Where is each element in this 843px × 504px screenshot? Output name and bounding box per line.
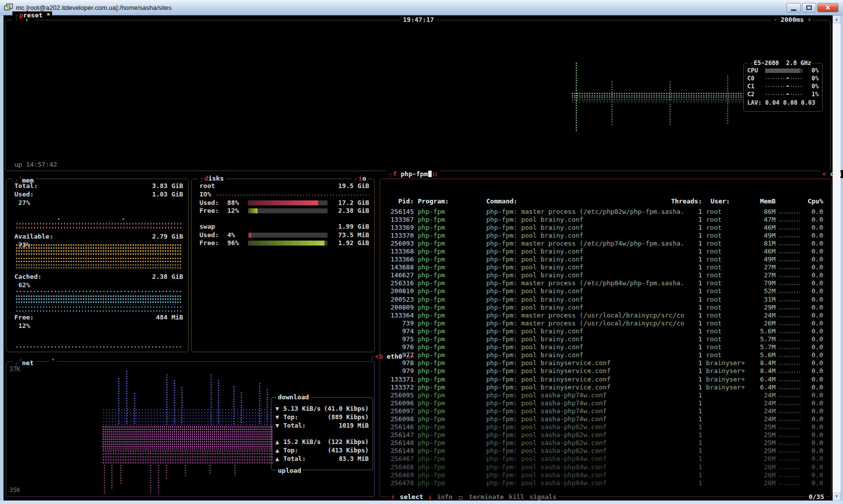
- net-stat-value: 83.3 MiB: [339, 455, 369, 462]
- mem-cached-pct: 62%: [18, 281, 30, 289]
- process-user: root: [706, 232, 751, 239]
- process-row[interactable]: 133371 php-fpm php-fpm: pool brainyservi…: [382, 375, 823, 383]
- clear-filter-icon[interactable]: [433, 173, 437, 176]
- process-threads: 1: [687, 255, 702, 263]
- download-arrow-icon: [275, 413, 283, 421]
- process-threads: 1: [687, 423, 702, 431]
- mem-used-graph-dot: [58, 218, 60, 220]
- upload-arrow-icon: [275, 455, 283, 462]
- process-row[interactable]: 200523 php-fpm php-fpm: pool brainy.conf…: [382, 295, 823, 303]
- tab-disks[interactable]: disks: [197, 175, 226, 183]
- interval-minus-button[interactable]: -: [773, 16, 777, 23]
- process-row[interactable]: 133370 php-fpm php-fpm: pool brainy.conf…: [382, 231, 823, 239]
- filter-input[interactable]: f php-fpm: [386, 170, 440, 178]
- process-row[interactable]: 146627 php-fpm php-fpm: pool brainy.conf…: [382, 271, 823, 279]
- process-row[interactable]: 256469 php-fpm php-fpm: pool sasha-php84…: [382, 471, 823, 479]
- close-button[interactable]: ✕: [817, 3, 839, 12]
- process-row[interactable]: 133366 php-fpm php-fpm: pool brainy.conf…: [382, 255, 823, 263]
- process-user: root: [706, 279, 751, 287]
- process-pid: 256146: [382, 423, 414, 431]
- process-cpu: 0.0: [800, 399, 823, 407]
- process-row[interactable]: 256098 php-fpm php-fpm: pool sasha-php74…: [382, 415, 823, 423]
- process-row[interactable]: 133372 php-fpm php-fpm: pool brainyservi…: [382, 383, 823, 391]
- process-threads: 1: [687, 263, 702, 271]
- scrollbar[interactable]: ▲ ▼: [833, 15, 841, 501]
- process-row[interactable]: 256149 php-fpm php-fpm: pool sasha-php82…: [382, 447, 823, 455]
- process-program: php-fpm: [418, 415, 481, 423]
- process-row[interactable]: 256095 php-fpm php-fpm: pool sasha-php74…: [382, 391, 823, 399]
- process-row[interactable]: 975 php-fpm php-fpm: pool brainy.conf 1 …: [382, 335, 823, 343]
- process-cpu-meter: [778, 427, 800, 430]
- process-row[interactable]: 256467 php-fpm php-fpm: pool sasha-php84…: [382, 455, 823, 463]
- process-row[interactable]: 133368 php-fpm php-fpm: pool brainy.conf…: [382, 247, 823, 255]
- scroll-down-icon[interactable]: ▼: [833, 493, 841, 501]
- scroll-up-hint-icon[interactable]: ↑: [391, 493, 395, 501]
- process-row[interactable]: 256468 php-fpm php-fpm: pool sasha-php84…: [382, 463, 823, 471]
- process-row[interactable]: 974 php-fpm php-fpm: pool brainy.conf 1 …: [382, 327, 823, 335]
- process-row[interactable]: 739 php-fpm php-fpm: master process (/us…: [382, 319, 823, 327]
- process-row[interactable]: 200810 php-fpm php-fpm: pool brainy.conf…: [382, 287, 823, 295]
- process-cpu: 0.0: [800, 431, 823, 439]
- process-row[interactable]: 979 php-fpm php-fpm: pool brainyservice.…: [382, 367, 823, 375]
- terminate-button[interactable]: terminate: [469, 493, 504, 501]
- process-row[interactable]: 143688 php-fpm php-fpm: pool brainy.conf…: [382, 263, 823, 271]
- process-pid: 256469: [382, 471, 414, 479]
- process-user: root: [706, 296, 751, 303]
- process-threads: 1: [687, 399, 702, 407]
- process-row[interactable]: 133369 php-fpm php-fpm: pool brainy.conf…: [382, 223, 823, 231]
- scroll-down-hint-icon[interactable]: ↓: [428, 493, 432, 501]
- process-command: php-fpm: pool brainyservice.conf: [486, 383, 687, 391]
- io-mode-button[interactable]: io: [352, 175, 368, 183]
- process-cpu: 0.0: [800, 279, 823, 287]
- maximize-button[interactable]: [802, 3, 816, 12]
- info-button[interactable]: info: [437, 493, 453, 501]
- process-row[interactable]: 256145 php-fpm php-fpm: master process (…: [382, 207, 823, 215]
- process-pid: 977: [382, 351, 414, 359]
- process-row[interactable]: 256093 php-fpm php-fpm: master process (…: [382, 239, 823, 247]
- process-row[interactable]: 256147 php-fpm php-fpm: pool sasha-php82…: [382, 431, 823, 439]
- process-cpu: 0.0: [800, 248, 823, 255]
- process-row[interactable]: 978 php-fpm php-fpm: pool brainyservice.…: [382, 359, 823, 367]
- process-row[interactable]: 256148 php-fpm php-fpm: pool sasha-php82…: [382, 439, 823, 447]
- process-row[interactable]: 256096 php-fpm php-fpm: pool sasha-php74…: [382, 399, 823, 407]
- process-row[interactable]: 977 php-fpm php-fpm: pool brainy.conf 1 …: [382, 351, 823, 359]
- process-row[interactable]: 200809 php-fpm php-fpm: pool brainy.conf…: [382, 303, 823, 311]
- select-button[interactable]: select: [400, 493, 423, 501]
- process-cpu-meter: [778, 451, 800, 453]
- mem-used-graph-dot: [123, 218, 124, 220]
- process-command: php-fpm: pool brainy.conf: [486, 351, 687, 359]
- process-command: php-fpm: master process (/etc/php84w/php…: [486, 279, 687, 287]
- process-mem: 27M: [751, 263, 776, 271]
- process-cpu-meter: [778, 395, 800, 398]
- process-cpu: 0.0: [800, 240, 823, 247]
- selection-counter: 0/35: [807, 493, 826, 501]
- titlebar[interactable]: mc [root@a202.itdeveloper.com.ua]:/home/…: [0, 0, 843, 15]
- signals-button[interactable]: signals: [529, 493, 557, 501]
- process-cpu-meter: [778, 355, 800, 358]
- preset-button[interactable]: preset *: [12, 11, 52, 19]
- download-arrow-icon: [275, 405, 283, 412]
- process-mem: 49M: [751, 255, 776, 263]
- interval-plus-button[interactable]: +: [807, 16, 811, 23]
- kill-button[interactable]: kill: [509, 493, 524, 501]
- process-row[interactable]: 256146 php-fpm php-fpm: pool sasha-php82…: [382, 423, 823, 431]
- scroll-up-icon[interactable]: ▲: [833, 15, 841, 23]
- process-threads: 1: [687, 455, 702, 462]
- process-cpu: 0.0: [800, 479, 823, 487]
- process-threads: 1: [687, 287, 702, 295]
- process-cpu: 0.0: [800, 439, 823, 446]
- process-row[interactable]: 133367 php-fpm php-fpm: pool brainy.conf…: [382, 215, 823, 223]
- process-command: php-fpm: pool brainy.conf: [486, 335, 687, 343]
- process-user: root: [706, 335, 751, 343]
- process-command: php-fpm: pool sasha-php74w.conf: [486, 399, 687, 407]
- process-row[interactable]: 976 php-fpm php-fpm: pool brainy.conf 1 …: [382, 343, 823, 351]
- process-threads: 1: [687, 224, 702, 231]
- process-row[interactable]: 133364 php-fpm php-fpm: master process (…: [382, 311, 823, 319]
- process-cpu: 0.0: [800, 367, 823, 375]
- core-value: 0%: [806, 83, 819, 90]
- minimize-button[interactable]: [786, 3, 801, 12]
- process-row[interactable]: 256470 php-fpm php-fpm: pool sasha-php84…: [382, 479, 823, 487]
- process-pid: 256096: [382, 399, 414, 407]
- process-row[interactable]: 256316 php-fpm php-fpm: master process (…: [382, 279, 823, 287]
- process-row[interactable]: 256097 php-fpm php-fpm: pool sasha-php74…: [382, 407, 823, 415]
